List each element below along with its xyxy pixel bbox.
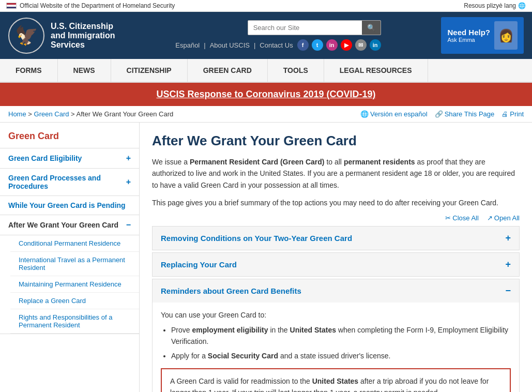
accordion-reminders-body: You can use your Green Card to: Prove em… (153, 303, 519, 392)
top-bar-left: Official Website of the Department of Ho… (6, 2, 175, 9)
sidebar-item-eligibility-label: Green Card Eligibility (8, 154, 82, 162)
highlight-box: A Green Card is valid for readmission to… (161, 368, 511, 392)
email-icon[interactable]: ✉ (355, 39, 367, 51)
site-title-line2: and Immigration (51, 31, 115, 40)
plus-icon-processes: + (126, 177, 131, 187)
accordion-removing-conditions-icon: + (505, 233, 511, 244)
resous-text: Resous plizyè lang (464, 2, 516, 9)
sidebar-title: Green Card (0, 131, 139, 148)
contact-us-link[interactable]: Contact Us (260, 41, 293, 49)
reminders-intro: You can use your Green Card to: (161, 311, 511, 319)
accordion-reminders-icon: − (505, 285, 511, 296)
breadcrumb-green-card[interactable]: Green Card (34, 110, 69, 118)
reminders-list: Prove employment eligibility in the Unit… (171, 324, 511, 362)
breadcrumb: Home > Green Card > After We Grant Your … (8, 110, 173, 118)
open-all-top[interactable]: ↗ Open All (487, 214, 520, 222)
sidebar-sub-rights[interactable]: Rights and Responsibilities of a Permane… (10, 309, 139, 334)
accordion-reminders-header[interactable]: Reminders about Green Card Benefits − (153, 279, 519, 303)
eagle-icon: 🦅 (15, 25, 38, 47)
nav-green-card[interactable]: GREEN CARD (188, 59, 268, 82)
accordion-replacing-card: Replacing Your Card + (152, 252, 520, 277)
nav-forms[interactable]: FORMS (0, 59, 58, 82)
breadcrumb-row: Home > Green Card > After We Grant Your … (0, 106, 532, 123)
print-icon: 🖨 (501, 110, 508, 118)
uscis-logo: 🦅 (8, 18, 44, 54)
accordion-reminders-title: Reminders about Green Card Benefits (161, 287, 301, 295)
breadcrumb-current: After We Grant Your Green Card (77, 110, 174, 118)
covid-banner-link[interactable]: USCIS Response to Coronavirus 2019 (COVI… (156, 89, 375, 99)
list-item-employment: Prove employment eligibility in the Unit… (171, 324, 511, 348)
share-icon: 🔗 (435, 110, 443, 118)
main-layout: Green Card Green Card Eligibility + Gree… (0, 123, 532, 392)
sidebar-item-pending[interactable]: While Your Green Card is Pending (0, 196, 139, 215)
main-content: After We Grant Your Green Card We issue … (140, 123, 532, 392)
nav-tools[interactable]: TOOLS (268, 59, 324, 82)
breadcrumb-actions: 🌐 Versión en español 🔗 Share This Page 🖨… (360, 110, 524, 118)
open-all-icon: ↗ (487, 214, 493, 222)
close-all-icon: ✂ (445, 214, 451, 222)
sidebar: Green Card Green Card Eligibility + Gree… (0, 123, 140, 392)
share-page-link[interactable]: 🔗 Share This Page (435, 110, 495, 118)
sidebar-item-grant-label: After We Grant Your Green Card (8, 221, 118, 229)
sidebar-sub-travel[interactable]: International Travel as a Permanent Resi… (10, 252, 139, 276)
minus-icon-grant: − (126, 220, 131, 230)
search-button[interactable]: 🔍 (362, 21, 381, 35)
accordion-replacing-card-title: Replacing Your Card (161, 260, 237, 269)
need-help-title: Need Help? (447, 28, 490, 37)
list-item-social-security: Apply for a Social Security Card and a s… (171, 350, 511, 361)
header-left: 🦅 U.S. Citizenship and Immigration Servi… (8, 18, 115, 54)
breadcrumb-home[interactable]: Home (8, 110, 26, 118)
site-header: 🦅 U.S. Citizenship and Immigration Servi… (0, 12, 532, 59)
site-title: U.S. Citizenship and Immigration Service… (51, 22, 115, 50)
header-center: 🔍 Español | About USCIS | Contact Us f t… (175, 20, 381, 51)
sidebar-item-eligibility[interactable]: Green Card Eligibility + (0, 148, 139, 169)
top-bar-right[interactable]: Resous plizyè lang 🌐 (464, 2, 526, 9)
covid-banner[interactable]: USCIS Response to Coronavirus 2019 (COVI… (0, 83, 532, 106)
nav-legal-resources[interactable]: LEGAL RESOURCES (324, 59, 428, 82)
site-title-line1: U.S. Citizenship (51, 22, 115, 31)
linkedin-icon[interactable]: in (370, 39, 381, 51)
sidebar-item-pending-label: While Your Green Card is Pending (8, 201, 126, 209)
sidebar-item-processes[interactable]: Green Card Processes and Procedures + (0, 169, 139, 196)
main-nav: FORMS NEWS CITIZENSHIP GREEN CARD TOOLS … (0, 59, 532, 83)
page-title: After We Grant Your Green Card (152, 133, 520, 149)
need-help-sub: Ask Emma (447, 37, 490, 43)
sidebar-sub-conditional[interactable]: Conditional Permanent Residence (10, 235, 139, 252)
sidebar-item-processes-label: Green Card Processes and Procedures (8, 174, 126, 190)
sidebar-sub-maintaining[interactable]: Maintaining Permanent Residence (10, 276, 139, 293)
globe-icon-small: 🌐 (360, 110, 369, 118)
accordion-replacing-card-header[interactable]: Replacing Your Card + (153, 253, 519, 276)
need-help-text-block: Need Help? Ask Emma (447, 28, 490, 43)
accordion-replacing-card-icon: + (505, 259, 511, 270)
accordion-removing-conditions-header[interactable]: Removing Conditions on Your Two-Year Gre… (153, 227, 519, 250)
accordion-reminders: Reminders about Green Card Benefits − Yo… (152, 279, 520, 392)
twitter-icon[interactable]: t (312, 39, 323, 51)
site-title-line3: Services (51, 40, 115, 50)
sidebar-item-grant[interactable]: After We Grant Your Green Card − (0, 215, 139, 235)
about-uscis-link[interactable]: About USCIS (210, 41, 250, 49)
nav-news[interactable]: NEWS (58, 59, 111, 82)
sidebar-sub-replace[interactable]: Replace a Green Card (10, 293, 139, 309)
page-summary: This page gives you a brief summary of t… (152, 197, 520, 208)
facebook-icon[interactable]: f (297, 39, 309, 51)
youtube-icon[interactable]: ▶ (341, 39, 352, 51)
espanol-link[interactable]: Español (175, 41, 200, 49)
need-help-widget[interactable]: Need Help? Ask Emma 👩 (441, 17, 524, 54)
accordion-removing-conditions: Removing Conditions on Your Two-Year Gre… (152, 226, 520, 250)
accordion-removing-conditions-title: Removing Conditions on Your Two-Year Gre… (161, 234, 352, 243)
emma-avatar: 👩 (494, 21, 518, 50)
us-flag-icon (6, 3, 17, 9)
social-icons: f t in ▶ ✉ in (297, 39, 381, 51)
version-espanol-link[interactable]: 🌐 Versión en español (360, 110, 428, 118)
plus-icon-eligibility: + (126, 154, 131, 163)
collapse-controls: ✂ Close All ↗ Open All (152, 214, 520, 222)
header-links: Español | About USCIS | Contact Us f t i… (175, 39, 381, 51)
globe-icon: 🌐 (518, 2, 526, 9)
official-text: Official Website of the Department of Ho… (20, 2, 175, 9)
instagram-icon[interactable]: in (326, 39, 338, 51)
search-box[interactable]: 🔍 (248, 20, 381, 35)
search-input[interactable] (248, 21, 362, 35)
nav-citizenship[interactable]: CITIZENSHIP (111, 59, 188, 82)
close-all-top[interactable]: ✂ Close All (445, 214, 479, 222)
print-link[interactable]: 🖨 Print (501, 110, 524, 118)
